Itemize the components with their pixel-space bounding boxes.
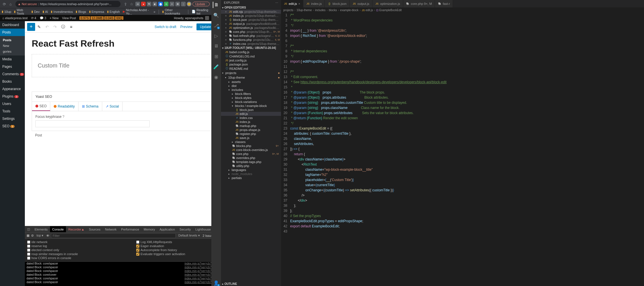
open-editor-item[interactable]: ×JSoutput.jspackages/toolkit/config/webp… <box>221 22 281 26</box>
file-item[interactable]: ⓘCHANGELOG.md <box>221 54 281 58</box>
breadcrumb-segment[interactable]: ⊡ ExampleBockEdit <box>376 9 402 12</box>
folder-item[interactable]: ▾10up-theme● <box>221 75 281 80</box>
bookmark-item[interactable]: ▮English <box>107 10 120 13</box>
folder-item[interactable]: ▸languages <box>221 168 281 172</box>
file-item[interactable]: JSsave.js <box>221 136 281 140</box>
folder-item[interactable]: ▾projects● <box>221 71 281 75</box>
ext-icon-3[interactable]: ⧉ <box>147 2 151 6</box>
dt-tab-lighthouse[interactable]: Lighthouse <box>193 226 211 232</box>
folder-item[interactable]: ▸block-filters <box>221 92 281 96</box>
menu-dashboard[interactable]: Dashboard <box>0 21 25 29</box>
setting-row[interactable]: Evaluate triggers user activation <box>136 252 211 256</box>
file-item[interactable]: 🐘register.php <box>221 132 281 136</box>
remote-icon[interactable]: 🖥 <box>213 43 219 49</box>
bookmark-item[interactable]: ▮Investimentos <box>51 10 73 13</box>
ext-icon-8[interactable]: ⊞ <box>175 2 180 6</box>
more-icon[interactable]: ⋯ <box>275 1 278 4</box>
workspace-header[interactable]: ▾10UP-TOOLKIT [WSL: UBUNTU-20.04] <box>221 46 281 50</box>
open-editor-item[interactable]: ×🐘functions.phpprojects/10up-theme...4, … <box>221 38 281 42</box>
preview-button[interactable]: Preview <box>178 24 195 30</box>
inspect-icon[interactable]: ◫ <box>25 226 32 232</box>
user-avatar-icon[interactable] <box>205 16 209 20</box>
setting-row[interactable]: elected context only <box>27 248 132 252</box>
menu-seo[interactable]: SEO1 <box>0 122 25 130</box>
debug-icon[interactable]: ▷ <box>213 33 219 39</box>
source-link[interactable]: index.min.js?ver=cb7…3f30465ffd2387db:13 <box>184 266 211 269</box>
omnibox[interactable]: ▲ Not secure | https://elasticpress.test… <box>15 1 121 7</box>
setting-row[interactable]: Eager evaluation <box>136 244 211 248</box>
open-editor-item[interactable]: ×🐘core.phpprojects/10up-theme/i...9+, M <box>221 30 281 34</box>
open-editor-item[interactable]: ×JSedit.njsprojects/10up-theme/includes/… <box>221 10 281 14</box>
tab-seo[interactable]: SEO <box>32 102 50 111</box>
menu-users[interactable]: Users <box>0 100 25 108</box>
star-icon[interactable]: ☆ <box>129 1 134 7</box>
file-item[interactable]: ⓘREADME.md <box>221 66 281 71</box>
breadcrumb-segment[interactable]: example-block <box>340 9 358 12</box>
other-bookmarks[interactable]: ▮Other bookmarks <box>162 8 185 15</box>
editor-tab[interactable]: 🐘core.php 9+, M <box>403 0 435 7</box>
source-link[interactable]: index.min.js?ver=cb7…3f30465ffd2387db:13 <box>184 277 211 280</box>
file-item[interactable]: {}package.json <box>221 62 281 66</box>
breadcrumb-segment[interactable]: JS edit.js <box>362 9 373 12</box>
setting-row[interactable]: Log XMLHttpRequests <box>136 240 211 244</box>
ext-icon-4[interactable]: ◐ <box>153 2 157 6</box>
code-content[interactable]: /** * WordPress dependencies */import { … <box>290 13 644 286</box>
file-item[interactable]: JSjest.config.js <box>221 58 281 62</box>
tab-readability[interactable]: Readability <box>50 102 78 111</box>
breadcrumb-segment[interactable]: includes <box>315 9 326 12</box>
source-link[interactable]: index.min.js?ver=cb7…3f30465ffd2387db:13 <box>184 262 211 265</box>
menu-media[interactable]: Media <box>0 55 25 63</box>
submenu-posts[interactable]: Posts <box>0 37 25 43</box>
editor-tab[interactable]: {}block.json <box>325 0 350 7</box>
testing-icon[interactable]: 🧪 <box>213 63 219 70</box>
setting-row[interactable]: roup similar messages in console <box>27 252 132 256</box>
close-icon[interactable]: × <box>298 2 300 5</box>
tab-social[interactable]: ↗Social <box>102 102 123 111</box>
ext-icon-6[interactable]: G <box>164 2 168 6</box>
query-monitor[interactable]: 0.97S12.0MB0.04S69Q <box>79 16 123 20</box>
folder-item[interactable]: ▸partials <box>221 176 281 180</box>
comments-link[interactable]: 💬 3 <box>40 16 46 20</box>
reading-list[interactable]: 📄 Reading list <box>192 8 210 15</box>
file-item[interactable]: {}block.json <box>221 108 281 112</box>
folder-item[interactable]: ▸dist <box>221 84 281 88</box>
bookmark-item[interactable]: ▮10up <box>2 10 11 13</box>
close-icon[interactable]: × <box>225 30 228 33</box>
issues-link[interactable]: 2 Issues: ■ 2 <box>203 234 211 237</box>
console-filter-input[interactable] <box>51 233 175 238</box>
open-editor-item[interactable]: ×#index.cssprojects/10up-theme/includes/… <box>221 42 281 46</box>
search-icon[interactable]: 🔍 <box>213 12 219 18</box>
update-button[interactable]: Update <box>196 23 211 30</box>
bookmark-item[interactable]: ▶Nicholas André - Yo... <box>123 8 151 15</box>
setting-row[interactable]: ide network <box>27 240 132 244</box>
example-block[interactable]: Custom Title + <box>32 54 211 77</box>
ext-icon-7[interactable]: ≡ <box>170 2 174 6</box>
bookmark-item[interactable]: ▮Web Tools <box>14 8 29 15</box>
editor-tab[interactable]: JSoptimization.js <box>372 0 403 7</box>
browser-update-button[interactable]: Update : <box>192 2 210 6</box>
close-icon[interactable]: × <box>225 26 228 29</box>
dt-tab-network[interactable]: Network <box>103 226 119 232</box>
source-link[interactable]: index.min.js?ver=cb7…3f30465ffd2387db:13 <box>184 273 211 276</box>
menu-settings[interactable]: Settings <box>0 115 25 122</box>
switch-to-draft-button[interactable]: Switch to draft <box>155 25 176 29</box>
dt-tab-recorder[interactable]: Recorder ▲ <box>66 226 87 232</box>
file-item[interactable]: 🐘markup.php <box>221 124 281 128</box>
profile-avatar-icon[interactable]: 😊 <box>187 2 191 6</box>
file-item[interactable]: #index.css <box>221 116 281 120</box>
ext-icon-9[interactable]: ⋮ <box>181 2 186 6</box>
breadcrumb-segment[interactable]: blocks <box>329 9 337 12</box>
edit-icon[interactable]: ✎ <box>35 23 43 31</box>
breadcrumb-segment[interactable]: 10up-theme <box>296 9 312 12</box>
bookmark-item[interactable]: ▮Dev <box>31 10 40 13</box>
editor-canvas[interactable]: React Fast Refresh Custom Title + Yoast … <box>25 33 211 226</box>
focus-keyphrase-input[interactable] <box>35 120 150 127</box>
post-title[interactable]: React Fast Refresh <box>32 38 211 49</box>
context-dropdown[interactable]: top ▾ <box>35 234 45 237</box>
dt-tab-memory[interactable]: Memory <box>141 226 157 232</box>
dt-tab-elements[interactable]: Elements <box>32 226 50 232</box>
close-icon[interactable]: × <box>225 38 228 41</box>
menu-posts[interactable]: Posts <box>0 29 25 36</box>
close-icon[interactable]: × <box>225 22 228 25</box>
new-link[interactable]: + New <box>50 16 59 20</box>
